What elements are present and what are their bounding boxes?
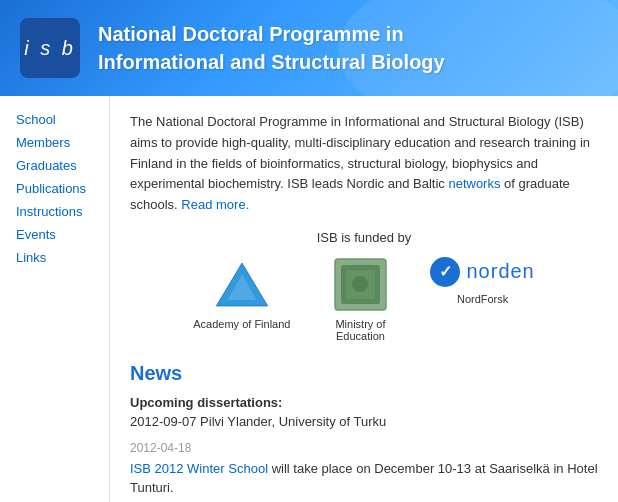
norden-wordmark: norden [466,260,534,283]
intro-paragraph: The National Doctoral Programme in Infor… [130,112,598,216]
sidebar-item-links[interactable]: Links [10,246,99,269]
header-title: National Doctoral Programme in Informati… [98,20,445,76]
sidebar-item-events[interactable]: Events [10,223,99,246]
dissertation-entry: 2012-09-07 Pilvi Ylander, University of … [130,414,598,429]
sidebar-item-instructions[interactable]: Instructions [10,200,99,223]
svg-point-5 [352,276,368,292]
winter-school-link[interactable]: ISB 2012 Winter School [130,461,268,476]
sidebar: School Members Graduates Publications In… [0,96,110,502]
sidebar-item-graduates[interactable]: Graduates [10,154,99,177]
sponsors-row: Academy of Finland Ministry of Education [130,257,598,342]
read-more-link[interactable]: Read more. [181,197,249,212]
sponsor-ministry: Ministry of Education [320,257,400,342]
funded-by-label: ISB is funded by [130,230,598,245]
suomen-akatemia-label: Academy of Finland [193,318,290,330]
layout: School Members Graduates Publications In… [0,96,618,502]
norden-check-icon: ✓ [439,262,452,281]
sidebar-item-members[interactable]: Members [10,131,99,154]
suomen-akatemia-logo [212,257,272,312]
ministry-label: Ministry of Education [335,318,385,342]
nordforsk-label: NordForsk [457,293,508,305]
logo-box: i s b [20,18,80,78]
news-section: News Upcoming dissertations: 2012-09-07 … [130,362,598,498]
ministry-logo [333,257,388,312]
norden-logo-container: ✓ norden [430,257,534,287]
logo-text: i s b [24,37,76,60]
sponsor-suomen-akatemia: Academy of Finland [193,257,290,330]
news-title: News [130,362,598,385]
main-content: The National Doctoral Programme in Infor… [110,96,618,502]
upcoming-dissertations-label: Upcoming dissertations: [130,395,598,410]
networks-link[interactable]: networks [448,176,500,191]
norden-circle-icon: ✓ [430,257,460,287]
header: i s b National Doctoral Programme in Inf… [0,0,618,96]
sponsor-nordforsk: ✓ norden NordForsk [430,257,534,305]
news-body: ISB 2012 Winter School will take place o… [130,459,598,498]
sidebar-item-school[interactable]: School [10,108,99,131]
sidebar-item-publications[interactable]: Publications [10,177,99,200]
news-date: 2012-04-18 [130,441,598,455]
